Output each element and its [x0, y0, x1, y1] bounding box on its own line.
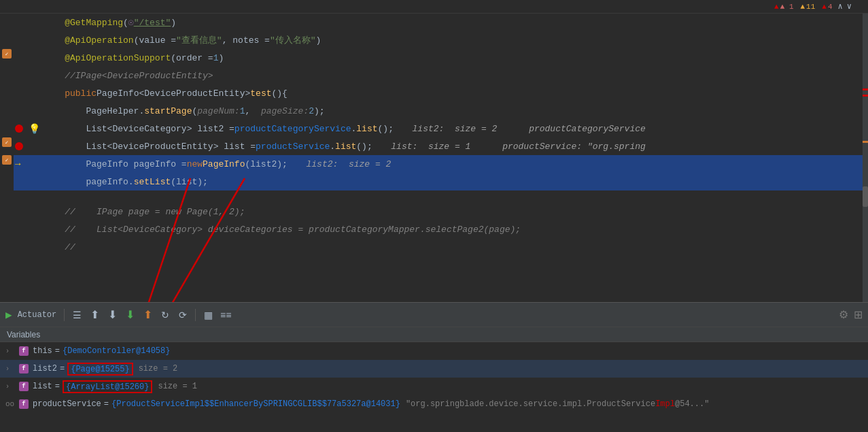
line-content-3: @ApiOperationSupport(order = 1): [38, 53, 868, 63]
variables-title: Variables: [7, 330, 40, 339]
toolbar-list-btn[interactable]: ≡≡: [218, 308, 233, 322]
expand-icon-productservice: oo: [5, 400, 16, 408]
var-value-this[interactable]: {DemoController@14058}: [63, 346, 170, 356]
line-content-5: public PageInfo<DeviceProductEntity> tes…: [38, 88, 868, 99]
code-line-6: PageHelper.startPage( pageNum: 1, pageSi…: [14, 102, 868, 120]
var-value-list[interactable]: {ArrayList@15260}: [66, 382, 149, 392]
code-line-2: @ApiOperation(value = "查看信息", notes = "传…: [14, 31, 868, 49]
scrollbar-thumb[interactable]: [863, 186, 868, 207]
var-icon-list2: f: [19, 364, 29, 373]
var-eq-list: =: [55, 382, 60, 391]
var-eq-productservice: =: [104, 399, 109, 409]
line-content-2: @ApiOperation(value = "查看信息", notes = "传…: [38, 34, 868, 46]
debugger-toolbar: ▶ Actuator ☰ ⬆ ⬇ ⬇ ⬆ ↻ ⟳ ▦ ≡≡: [0, 302, 868, 327]
variables-panel: Variables › f this = {DemoController@140…: [0, 327, 868, 432]
warning-icon-2: ▲: [801, 3, 805, 11]
code-line-5: public PageInfo<DeviceProductEntity> tes…: [14, 84, 868, 102]
code-line-7: List<DeviceCategory> list2 = productCate…: [14, 120, 868, 137]
scrollbar-error-2: [863, 95, 868, 97]
toolbar-sep-2: [195, 309, 196, 321]
warning-icon-3: ▲: [822, 3, 827, 11]
code-line-9: → PageInfo pageInfo = new PageInfo(list2…: [14, 155, 868, 173]
right-scrollbar[interactable]: [863, 14, 868, 302]
var-icon-list: f: [19, 382, 29, 391]
scrollbar-warn-1: [863, 141, 868, 143]
code-editor: ✓ ✓ ✓ @GetMapping(☉"/test"): [0, 14, 868, 302]
code-line-8: List<DeviceProductEntity> list = product…: [14, 137, 868, 155]
variable-row-list[interactable]: › f list = {ArrayList@15260} size = 1: [0, 378, 868, 395]
var-value-list2[interactable]: {Page@15255}: [71, 365, 129, 374]
var-value-list-highlight: {ArrayList@15260}: [63, 380, 152, 393]
variable-row-list2[interactable]: › f list2 = {Page@15255} size = 2: [0, 360, 868, 378]
variable-row-productservice[interactable]: oo f productService = {ProductServiceImp…: [0, 395, 868, 413]
icon-mapping: ☉: [128, 17, 134, 28]
warning-count-2: 11: [806, 3, 815, 11]
debug-marker-2: ✓: [2, 137, 12, 147]
code-line-3: @ApiOperationSupport(order = 1): [14, 49, 868, 67]
mapping-path[interactable]: "/test": [134, 18, 171, 28]
code-line-1: @GetMapping(☉"/test"): [14, 14, 868, 31]
line-content-10: pageInfo.setList(list);: [38, 177, 868, 187]
var-value-productservice[interactable]: {ProductServiceImpl$$EnhancerBySPRINGCGL…: [111, 399, 400, 409]
line-content-11: [38, 192, 868, 202]
var-value-list2-highlight: {Page@15255}: [67, 363, 133, 376]
toolbar-up2-btn[interactable]: ⬆: [140, 308, 155, 322]
line-content-4: //IPage<DeviceProductEntity>: [38, 71, 868, 81]
toolbar-down2-btn[interactable]: ⬇: [122, 308, 137, 322]
hint-bulb-7[interactable]: 💡: [29, 123, 40, 135]
line-content-7: List<DeviceCategory> list2 = productCate…: [38, 124, 868, 134]
toolbar-refresh-btn[interactable]: ↻: [158, 308, 173, 322]
var-name-this: this: [33, 346, 52, 356]
code-line-13: // List<DeviceCategory> deviceCategories…: [14, 220, 868, 238]
warning-count-1: ▲ 1: [780, 3, 794, 11]
expand-btn[interactable]: ⊞: [854, 308, 863, 321]
var-eq-list2: =: [60, 364, 65, 373]
var-meta-list: size = 1: [158, 382, 197, 391]
code-line-11: [14, 190, 868, 203]
toolbar-sep-1: [64, 309, 65, 321]
debug-marker-1: ✓: [2, 49, 12, 59]
warning-badge-3: ▲ 4: [822, 3, 832, 11]
code-line-12: // IPage page = new Page(1, 2);: [14, 203, 868, 220]
panel-controls: ⚙ ⊞: [839, 308, 863, 321]
up-nav-btn[interactable]: ∧: [838, 1, 843, 12]
var-name-list: list: [33, 382, 52, 391]
settings-btn[interactable]: ⚙: [839, 308, 848, 321]
code-line-14: //: [14, 238, 868, 256]
toolbar-down1-btn[interactable]: ⬇: [105, 308, 120, 322]
toolbar-up-btn[interactable]: ⬆: [87, 308, 102, 322]
debug-arrow-9: →: [15, 159, 20, 169]
line-content-13: // List<DeviceCategory> deviceCategories…: [38, 225, 868, 235]
breakpoint-7[interactable]: [15, 124, 23, 133]
expand-icon-list2: ›: [5, 365, 16, 373]
toolbar-rotate-btn[interactable]: ⟳: [175, 308, 190, 322]
actuator-icon: ▶: [5, 308, 12, 322]
line-content-14: //: [38, 242, 868, 252]
top-warning-bar: ▲ ▲ 1 ▲ 11 ▲ 4 ∧ ∨: [0, 0, 868, 14]
expand-icon-list: ›: [5, 383, 16, 391]
expand-icon-this: ›: [5, 348, 16, 355]
var-icon-productservice: f: [19, 399, 29, 409]
var-meta-productservice: "org.springblade.device.service.impl.Pro…: [406, 399, 710, 409]
scrollbar-error-1: [863, 88, 868, 90]
actuator-label: Actuator: [18, 310, 57, 320]
variable-row-this[interactable]: › f this = {DemoController@14058}: [0, 342, 868, 360]
code-line-4: //IPage<DeviceProductEntity>: [14, 67, 868, 84]
var-icon-this: f: [19, 346, 29, 356]
warning-badge-2: ▲ 11: [801, 3, 816, 11]
annotation-getmapping: @GetMapping: [65, 18, 123, 28]
toolbar-menu-btn[interactable]: ☰: [69, 308, 84, 322]
breakpoint-8[interactable]: [15, 142, 23, 150]
var-meta-list2: size = 2: [139, 364, 178, 373]
var-name-list2: list2: [33, 364, 57, 373]
warning-icon-1: ▲: [774, 3, 779, 11]
toolbar-grid-btn[interactable]: ▦: [201, 308, 215, 322]
line-content-6: PageHelper.startPage( pageNum: 1, pageSi…: [38, 106, 868, 116]
variables-header: Variables: [0, 327, 868, 342]
line-content-1: @GetMapping(☉"/test"): [38, 17, 868, 28]
down-nav-btn[interactable]: ∨: [847, 1, 852, 12]
var-eq-this: =: [55, 346, 60, 356]
line-content-9: PageInfo pageInfo = new PageInfo(list2);…: [38, 159, 868, 169]
var-name-productservice: productService: [33, 399, 101, 409]
warning-count-3: 4: [828, 3, 833, 11]
